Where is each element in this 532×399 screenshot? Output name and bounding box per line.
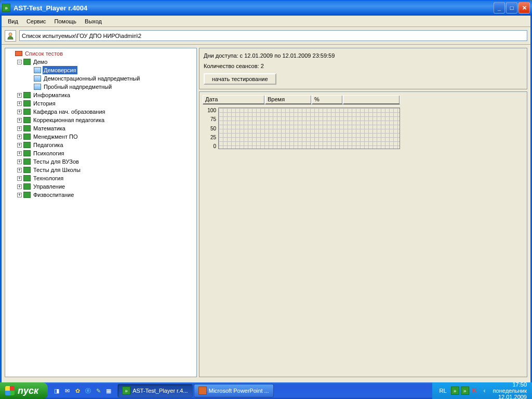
column-empty (343, 95, 400, 104)
tree-item[interactable]: Пробный надпредметный (43, 83, 113, 91)
tree-folder[interactable]: Менеджмент ПО (32, 132, 78, 141)
tree-root-icon (15, 51, 22, 56)
close-button[interactable]: ✕ (518, 2, 530, 14)
results-chart: 100 75 50 25 0 (203, 108, 400, 149)
menu-exit[interactable]: Выход (81, 17, 106, 25)
folder-icon (23, 150, 31, 156)
start-test-button[interactable]: начать тестирование (204, 73, 276, 85)
user-icon[interactable] (5, 30, 16, 42)
folder-icon (23, 100, 31, 107)
svg-point-0 (9, 33, 12, 36)
folder-icon (23, 125, 31, 131)
page-icon (34, 84, 41, 90)
menu-view[interactable]: Вид (4, 17, 22, 25)
sessions-count-label: Количество сеансов: 2 (204, 63, 523, 69)
folder-icon (23, 142, 31, 148)
ql-icon[interactable]: ✎ (94, 385, 103, 396)
folder-icon (23, 183, 31, 190)
expander-icon[interactable]: + (17, 168, 22, 172)
expander-icon[interactable]: + (17, 135, 22, 139)
folder-icon (23, 59, 31, 65)
tree-folder[interactable]: История (32, 99, 57, 108)
system-tray: RL » » K ‹ 17:50 понедельник 12.01.2009 (432, 382, 532, 399)
tray-icon[interactable]: » (451, 387, 459, 395)
tray-hide-icon[interactable]: ‹ (481, 387, 489, 395)
clock-day: понедельник (493, 388, 527, 394)
tree-folder[interactable]: Управление (32, 182, 66, 191)
results-panel: Дата Время % 100 75 50 25 0 (199, 91, 527, 377)
menu-service[interactable]: Сервис (22, 17, 50, 25)
app-icon: » (122, 387, 130, 395)
column-time[interactable]: Время (265, 95, 312, 104)
expander-icon[interactable]: + (17, 93, 22, 98)
table-header: Дата Время % (203, 95, 400, 104)
minimize-button[interactable]: _ (494, 2, 505, 14)
expander-icon[interactable]: + (17, 184, 22, 189)
ql-icon[interactable]: ✉ (62, 385, 72, 396)
tree-folder[interactable]: Коррекционная педагогика (32, 116, 105, 124)
ql-icon[interactable]: ⓔ (83, 385, 92, 396)
tree-folder-demo[interactable]: Демо (32, 58, 48, 66)
start-button[interactable]: пуск (0, 382, 48, 399)
column-percent[interactable]: % (312, 95, 343, 104)
taskbar: пуск ◨ ✉ ✿ ⓔ ✎ ▦ » AST-Test_Player r.4..… (0, 382, 532, 399)
folder-icon (23, 109, 31, 115)
tray-kaspersky-icon[interactable]: K (471, 387, 479, 395)
folder-icon (23, 92, 31, 98)
taskbar-task-powerpoint[interactable]: Microsoft PowerPoint ... (194, 384, 274, 397)
tray-icon[interactable]: » (461, 387, 469, 395)
expander-icon[interactable]: + (17, 101, 22, 106)
access-period-label: Дни доступа: с 12.01.2009 по 12.01.2009 … (204, 52, 523, 59)
tree-root-label[interactable]: Список тестов (24, 49, 64, 58)
app-icon: » (2, 4, 10, 12)
expander-icon[interactable]: + (17, 118, 22, 123)
tree-folder[interactable]: Педагогика (32, 141, 64, 149)
window-titlebar: » AST-Test_Player r.4004 _ □ ✕ (0, 0, 532, 16)
ytick: 75 (210, 116, 216, 122)
windows-flag-icon (5, 386, 15, 395)
toolbar: Список испытуемых\ГОУ ДПО НИРО\admin\2 (2, 27, 530, 45)
chart-plot-area (218, 108, 400, 149)
tree-folder[interactable]: Физвоспитание (32, 191, 75, 199)
info-panel: Дни доступа: с 12.01.2009 по 12.01.2009 … (199, 48, 527, 89)
expander-icon[interactable]: + (17, 151, 22, 156)
page-icon (34, 67, 41, 73)
clock-time: 17:50 (493, 381, 527, 388)
expander-icon[interactable]: + (17, 176, 22, 181)
tree-panel[interactable]: Список тестов − Демо Демоверсия Демонст (5, 48, 197, 377)
expander-icon[interactable]: − (17, 60, 22, 64)
window-title: AST-Test_Player r.4004 (14, 4, 494, 12)
tree-item[interactable]: Демонстрационный надпредметный (43, 74, 141, 83)
tree-folder[interactable]: Кафедра нач. образования (32, 108, 107, 116)
tree-folder[interactable]: Математика (32, 124, 66, 132)
tree-folder[interactable]: Тесты для Школы (32, 166, 82, 174)
ql-show-desktop-icon[interactable]: ◨ (52, 385, 61, 396)
expander-icon[interactable]: + (17, 159, 22, 164)
path-field[interactable]: Список испытуемых\ГОУ ДПО НИРО\admin\2 (19, 30, 527, 41)
folder-icon (23, 167, 31, 173)
menu-help[interactable]: Помощь (50, 17, 81, 25)
clock[interactable]: 17:50 понедельник 12.01.2009 (493, 381, 527, 399)
maximize-button[interactable]: □ (506, 2, 517, 14)
folder-icon (23, 134, 31, 140)
expander-icon[interactable]: + (17, 143, 22, 148)
expander-icon[interactable]: + (17, 193, 22, 197)
ytick: 25 (210, 135, 216, 140)
expander-icon[interactable]: + (17, 126, 22, 131)
tree-folder[interactable]: Технология (32, 174, 64, 182)
column-date[interactable]: Дата (203, 95, 265, 104)
tree-folder[interactable]: Тесты для ВУЗов (32, 157, 80, 166)
ql-icon[interactable]: ▦ (104, 385, 113, 396)
tree-folder[interactable]: Информатика (32, 91, 71, 99)
taskbar-task-ast[interactable]: » AST-Test_Player r.4... (117, 384, 192, 397)
tree-folder[interactable]: Психология (32, 149, 65, 157)
language-indicator[interactable]: RL (440, 388, 447, 394)
expander-icon[interactable]: + (17, 110, 22, 114)
ql-icon[interactable]: ✿ (73, 385, 82, 396)
ytick: 0 (213, 143, 216, 149)
menubar: Вид Сервис Помощь Выход (2, 16, 530, 27)
task-label: AST-Test_Player r.4... (132, 388, 188, 394)
powerpoint-icon (198, 387, 207, 395)
tree-item-demoversion[interactable]: Демоверсия (43, 66, 77, 74)
ytick: 100 (207, 108, 216, 113)
